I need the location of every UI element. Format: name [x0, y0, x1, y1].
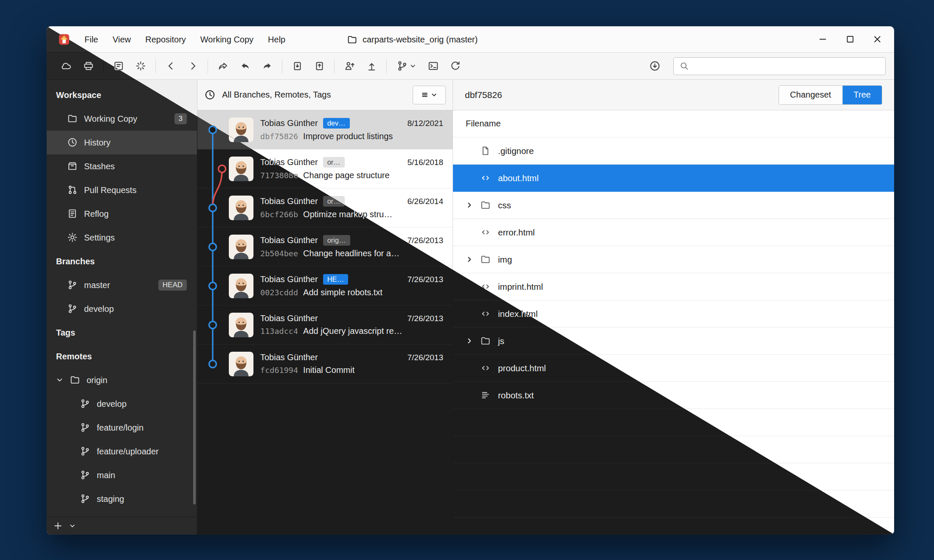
file-row[interactable]: about.html	[453, 165, 894, 192]
pull-request-icon	[67, 185, 78, 196]
branch-label: master	[84, 280, 110, 290]
chevron-right-icon[interactable]	[466, 202, 480, 209]
commit-message: Change headlines for a…	[303, 249, 399, 258]
sidebar-item-pull-requests[interactable]: Pull Requests	[47, 178, 197, 202]
back-icon[interactable]	[160, 56, 182, 76]
menu-working-copy[interactable]: Working Copy	[193, 26, 261, 53]
branch-badge: dev…	[323, 118, 350, 129]
terminal-icon[interactable]	[422, 56, 444, 76]
window-title-text: carparts-website_orig (master)	[363, 35, 478, 45]
refresh-icon[interactable]	[444, 56, 466, 76]
folder-icon	[480, 200, 491, 211]
minimize-button[interactable]	[809, 26, 836, 53]
sidebar-item-settings[interactable]: Settings	[47, 226, 197, 249]
file-row[interactable]: error.html	[453, 219, 894, 246]
file-icon	[480, 146, 491, 157]
sidebar-item-remote-develop[interactable]: develop	[47, 392, 197, 416]
commit-hash: dbf75826	[260, 132, 298, 141]
sidebar-item-remote-staging[interactable]: staging	[47, 487, 197, 511]
sidebar-item-remote-feature-uploader[interactable]: feature/uploader	[47, 440, 197, 463]
clock-icon	[67, 137, 78, 148]
sidebar-scrollbar[interactable]	[193, 330, 196, 504]
filter-options-button[interactable]	[413, 86, 446, 104]
avatar	[229, 352, 253, 376]
file-name: product.html	[498, 363, 546, 373]
avatar	[229, 235, 253, 259]
chevron-down-icon[interactable]	[69, 523, 76, 529]
sidebar-item-branch-develop[interactable]: develop	[47, 297, 197, 321]
branch-icon	[80, 422, 91, 433]
search-input[interactable]	[694, 62, 880, 71]
file-name: robots.txt	[498, 390, 534, 400]
avatar	[229, 157, 253, 181]
menu-view[interactable]: View	[105, 26, 138, 53]
menu-help[interactable]: Help	[261, 26, 293, 53]
commit-author: Tobias Günther	[260, 196, 318, 206]
filename-column-header[interactable]: Filename	[453, 110, 894, 137]
tree-tab[interactable]: Tree	[842, 86, 882, 104]
add-icon[interactable]	[53, 521, 63, 531]
push-icon[interactable]	[360, 56, 383, 76]
branch-badge: or…	[323, 157, 345, 168]
branch-icon	[80, 446, 91, 457]
commit-row[interactable]: Tobias Günther 7/26/2013 113adcc4 Add jQ…	[197, 305, 453, 344]
stash-icon	[67, 161, 78, 172]
branch-actions-icon[interactable]	[391, 56, 422, 76]
commit-row[interactable]: Tobias Günther HE… 7/26/2013 0023cddd Ad…	[197, 266, 453, 305]
branches-header: Branches	[47, 249, 197, 273]
commit-date: 5/16/2018	[407, 158, 443, 167]
maximize-button[interactable]	[836, 26, 864, 53]
sidebar-item-remote-origin[interactable]: origin	[47, 368, 197, 392]
file-row[interactable]: css	[453, 192, 894, 219]
sparkle-icon[interactable]	[129, 56, 152, 76]
sidebar-item-history[interactable]: History	[47, 131, 197, 154]
branch-icon	[67, 280, 78, 291]
commit-row[interactable]: Tobias Günther 7/26/2013 fcd61994 Initia…	[197, 344, 453, 384]
clipboard-down-icon[interactable]	[286, 56, 308, 76]
printer-icon[interactable]	[77, 56, 99, 76]
folder-name: css	[498, 200, 511, 210]
redo-icon[interactable]	[256, 56, 278, 76]
folder-name: js	[498, 336, 504, 346]
toolbar-separator	[386, 59, 387, 73]
chevron-right-icon[interactable]	[466, 256, 480, 263]
search-icon	[679, 61, 689, 71]
undo-icon[interactable]	[234, 56, 256, 76]
sidebar-item-stashes[interactable]: Stashes	[47, 154, 197, 178]
sidebar-item-branch-master[interactable]: master HEAD	[47, 273, 197, 297]
file-name: .gitignore	[498, 146, 534, 156]
chevron-right-icon[interactable]	[466, 337, 480, 344]
text-file-icon	[480, 390, 491, 401]
commit-author-icon[interactable]	[338, 56, 360, 76]
commit-author: Tobias Günther	[260, 274, 318, 284]
app-window: File View Repository Working Copy Help c…	[47, 26, 894, 535]
changeset-tab[interactable]: Changeset	[779, 86, 842, 104]
sidebar-item-remote-main[interactable]: main	[47, 463, 197, 487]
commit-date: 7/26/2013	[407, 353, 443, 362]
cloud-icon[interactable]	[55, 56, 77, 76]
file-row[interactable]: imprint.html	[453, 273, 894, 300]
sidebar-item-remote-feature-login[interactable]: feature/login	[47, 416, 197, 440]
file-row[interactable]: img	[453, 246, 894, 273]
commit-message: Initial Commit	[303, 365, 354, 375]
commit-author: Tobias Günther	[260, 118, 318, 128]
close-button[interactable]	[864, 26, 891, 53]
sidebar-item-reflog[interactable]: Reflog	[47, 202, 197, 226]
sidebar-item-working-copy[interactable]: Working Copy 3	[47, 107, 197, 131]
chevron-down-icon[interactable]	[56, 376, 64, 384]
gear-icon	[67, 232, 78, 243]
download-icon[interactable]	[644, 56, 666, 76]
journal-icon	[67, 208, 78, 219]
avatar	[229, 196, 253, 220]
branch-icon	[80, 470, 91, 481]
clipboard-up-icon[interactable]	[308, 56, 330, 76]
share-arrow-icon[interactable]	[212, 56, 234, 76]
toolbar-separator	[155, 59, 156, 73]
sidebar: Workspace Working Copy 3 History Stashes…	[47, 80, 197, 535]
forward-icon[interactable]	[182, 56, 204, 76]
history-filter-bar: All Branches, Remotes, Tags	[197, 80, 453, 110]
commit-date: 6/26/2014	[407, 197, 443, 206]
menu-repository[interactable]: Repository	[138, 26, 193, 53]
commit-hash: 0023cddd	[260, 288, 298, 297]
file-row[interactable]: .gitignore	[453, 137, 894, 165]
